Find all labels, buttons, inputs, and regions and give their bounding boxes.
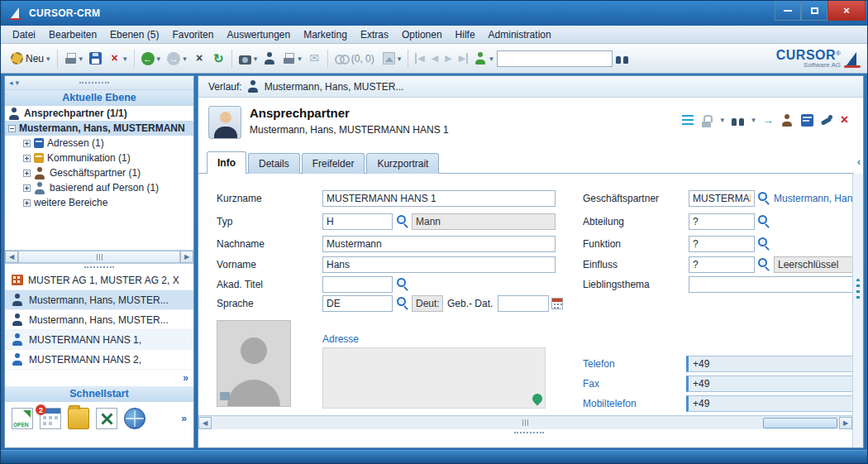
menu-optionen[interactable]: Optionen [395, 26, 449, 43]
telefon-value[interactable]: +49 [686, 356, 853, 372]
collapse-down-icon[interactable]: ▾ [16, 79, 20, 87]
globe-icon[interactable] [124, 408, 145, 429]
list-menu-icon[interactable] [682, 115, 694, 125]
maximize-button[interactable] [801, 1, 827, 21]
funktion-input[interactable] [689, 236, 755, 252]
back-button[interactable]: ← ▾ [138, 50, 165, 68]
toolbar-search-input[interactable] [497, 50, 613, 67]
print-button[interactable]: ▾ [61, 50, 87, 67]
minimize-button[interactable] [775, 1, 801, 21]
dropdown-arrow-icon[interactable]: ▾ [751, 116, 756, 124]
splitter-dots-icon[interactable] [856, 279, 860, 300]
scroll-left-button[interactable]: ◀ [5, 251, 18, 263]
menu-bearbeiten[interactable]: Bearbeiten [42, 26, 103, 43]
save-button[interactable] [86, 50, 105, 67]
folder-icon[interactable] [68, 408, 89, 429]
menu-administration[interactable]: Administration [482, 26, 558, 43]
scroll-left-button[interactable]: ◀ [198, 417, 212, 429]
menu-extras[interactable]: Extras [354, 26, 395, 43]
photo-add-icon[interactable] [220, 392, 230, 400]
phone-icon[interactable] [821, 114, 833, 127]
tree-item-mustermann[interactable]: Mustermann, Hans, MUSTERMANN [5, 121, 193, 136]
sidebar-horizontal-scrollbar[interactable]: ◀ ▶ [5, 250, 193, 264]
einfluss-lookup-icon[interactable] [757, 257, 770, 270]
address-box[interactable] [322, 347, 546, 409]
main-horizontal-scrollbar[interactable]: ◀ ▶ [198, 415, 852, 429]
tree-item-basierend-auf-person[interactable]: basierend auf Person (1) [5, 180, 193, 195]
expand-expander-icon[interactable] [23, 199, 31, 207]
menu-ebenen[interactable]: Ebenen (5) [103, 26, 165, 43]
attachments-button[interactable]: (0, 0) [331, 50, 379, 67]
splitter-handle[interactable] [5, 264, 193, 270]
fax-label[interactable]: Fax [583, 378, 599, 390]
expand-expander-icon[interactable] [23, 155, 31, 162]
scrollbar-thumb[interactable] [763, 418, 837, 428]
akad-titel-input[interactable] [322, 276, 393, 293]
history-item-mustermann-2[interactable]: Mustermann, Hans, MUSTER... [5, 310, 193, 330]
forward-button[interactable]: → ▾ [164, 50, 190, 68]
binoculars-icon[interactable] [732, 114, 744, 127]
collapse-panel-icon[interactable]: ‹ [857, 155, 861, 168]
excel-icon[interactable] [96, 408, 117, 429]
drag-handle-icon[interactable] [79, 82, 109, 84]
tab-details[interactable]: Details [248, 153, 300, 174]
scroll-right-button[interactable]: ▶ [180, 251, 193, 263]
find-button[interactable] [613, 50, 632, 67]
scrollbar-track[interactable] [212, 417, 839, 429]
telefon-label[interactable]: Telefon [583, 358, 615, 370]
snapshot-button[interactable]: ▾ [236, 51, 261, 65]
history-item-mustermann-hans-1[interactable]: MUSTERMANN HANS 1, [5, 330, 193, 350]
abteilung-lookup-icon[interactable] [757, 214, 770, 227]
geschaeftspartner-lookup-icon[interactable] [757, 191, 770, 204]
typ-lookup-icon[interactable] [396, 214, 409, 227]
refresh-button[interactable]: ↻ [209, 50, 228, 67]
calendar-icon[interactable]: 2 [40, 408, 61, 429]
dropdown-arrow-icon[interactable]: ▾ [721, 116, 725, 124]
close-button[interactable]: × [827, 1, 866, 21]
expand-expander-icon[interactable] [23, 170, 31, 177]
print-list-button[interactable]: ▾ [279, 50, 305, 67]
tree-item-ansprechpartner[interactable]: Ansprechpartner (1/1) [5, 106, 193, 121]
mail-button[interactable]: ✉ [305, 50, 324, 67]
image-button[interactable]: ▾ [379, 50, 405, 67]
abteilung-input[interactable] [689, 213, 755, 230]
jump-to-record-icon[interactable]: → [763, 114, 774, 127]
persons-icon[interactable] [781, 114, 794, 127]
scrollbar-track[interactable] [18, 251, 180, 263]
tree-item-kommunikation[interactable]: Kommunikation (1) [5, 151, 193, 165]
delete-button[interactable]: × [190, 50, 209, 67]
mobiltelefon-label[interactable]: Mobiltelefon [583, 398, 637, 409]
tab-freifelder[interactable]: Freifelder [302, 153, 365, 174]
vorname-input[interactable] [322, 256, 556, 273]
sprache-input[interactable] [322, 295, 393, 312]
open-document-icon[interactable]: OPEN [12, 408, 33, 429]
adresse-link[interactable]: Adresse [322, 333, 359, 345]
nav-first-button[interactable]: ◀ [412, 50, 427, 66]
tree-item-adressen[interactable]: Adressen (1) [5, 136, 193, 151]
more-chevron-icon[interactable]: » [183, 372, 188, 384]
menu-auswertungen[interactable]: Auswertungen [220, 26, 297, 43]
mobiltelefon-value[interactable]: +49 [686, 395, 853, 412]
history-bar-value[interactable]: Mustermann, Hans, MUSTER... [265, 81, 404, 93]
menu-hilfe[interactable]: Hilfe [449, 26, 482, 43]
menu-marketing[interactable]: Marketing [297, 26, 354, 43]
new-button[interactable]: Neu ▾ [7, 50, 54, 67]
akad-titel-lookup-icon[interactable] [396, 277, 409, 290]
history-item-muster-ag[interactable]: MUSTER AG 1, MUSTER AG 2, X [5, 270, 193, 290]
nav-last-button[interactable]: ▶ [455, 50, 471, 66]
date-picker-icon[interactable] [551, 298, 563, 309]
history-item-mustermann-1[interactable]: Mustermann, Hans, MUSTER... [5, 290, 193, 310]
splitter-handle[interactable] [514, 432, 544, 433]
tab-kurzportrait[interactable]: Kurzportrait [366, 153, 439, 174]
expand-expander-icon[interactable] [23, 140, 31, 147]
kurzname-input[interactable] [322, 190, 556, 207]
tree-item-weitere-bereiche[interactable]: weitere Bereiche [5, 195, 193, 210]
menu-favoriten[interactable]: Favoriten [165, 26, 220, 43]
funktion-lookup-icon[interactable] [757, 237, 770, 250]
fax-value[interactable]: +49 [686, 376, 853, 392]
collapse-left-icon[interactable]: ◂ [9, 79, 13, 87]
nav-prev-button[interactable]: ◀ [428, 50, 441, 66]
lock-icon[interactable] [701, 115, 713, 127]
discard-button[interactable]: × ▾ [105, 50, 131, 67]
lieblingsthema-input[interactable] [689, 276, 853, 293]
